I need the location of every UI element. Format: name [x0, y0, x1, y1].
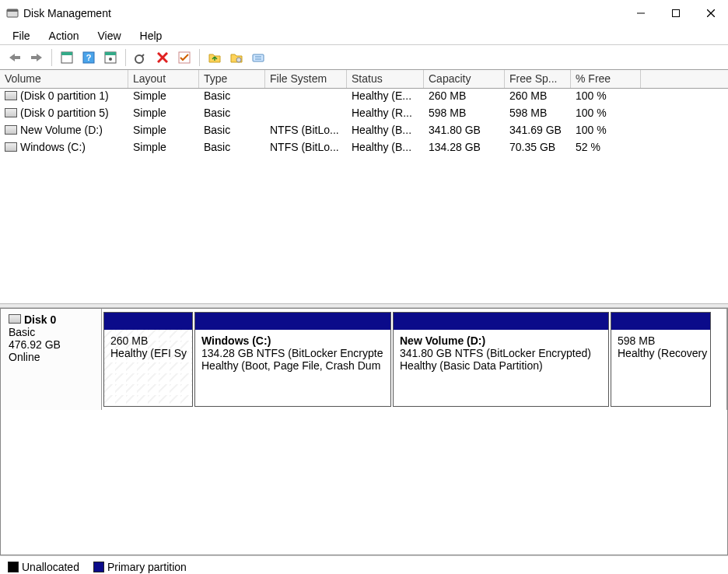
- folder-settings-icon[interactable]: [228, 49, 245, 66]
- volume-name: (Disk 0 partition 5): [0, 106, 128, 123]
- drive-properties-icon[interactable]: [250, 49, 267, 66]
- partition[interactable]: Windows (C:)134.28 GB NTFS (BitLocker En…: [194, 312, 391, 407]
- column-headers: Volume Layout Type File System Status Ca…: [0, 70, 728, 89]
- partition-status: Healthy (Boot, Page File, Crash Dum: [201, 359, 384, 372]
- partition-size: 134.28 GB NTFS (BitLocker Encrypte: [201, 347, 384, 359]
- refresh-icon[interactable]: [132, 49, 149, 66]
- svg-rect-7: [31, 56, 37, 59]
- svg-line-16: [142, 54, 144, 57]
- partition-status: Healthy (Recovery: [618, 347, 704, 359]
- volume-icon: [5, 108, 17, 117]
- toolbar-separator: [51, 49, 52, 66]
- disk-size: 476.92 GB: [9, 338, 93, 351]
- app-icon: [6, 7, 19, 19]
- partition-status: Healthy (EFI Sy: [110, 347, 186, 359]
- legend-primary: Primary partition: [93, 560, 187, 573]
- window-title: Disk Management: [23, 7, 623, 19]
- volume-name: Windows (C:): [0, 140, 128, 157]
- partition-bar: [104, 313, 192, 330]
- partition-bar: [394, 313, 608, 330]
- col-filesystem[interactable]: File System: [265, 70, 347, 88]
- disk-row: Disk 0 Basic 476.92 GB Online 260 MBHeal…: [1, 309, 727, 410]
- menu-action[interactable]: Action: [41, 28, 87, 44]
- volume-row[interactable]: (Disk 0 partition 5)SimpleBasicHealthy (…: [0, 106, 728, 123]
- folder-up-icon[interactable]: [206, 49, 223, 66]
- svg-rect-9: [61, 52, 72, 55]
- volume-name: (Disk 0 partition 1): [0, 89, 128, 106]
- partition-info: 598 MBHealthy (Recovery: [611, 330, 710, 406]
- legend-unallocated: Unallocated: [8, 560, 79, 573]
- menu-help[interactable]: Help: [132, 28, 170, 44]
- partition-title: Windows (C:): [201, 334, 384, 347]
- col-capacity[interactable]: Capacity: [424, 70, 505, 88]
- col-freespace[interactable]: Free Sp...: [505, 70, 571, 88]
- partition-size: 598 MB: [618, 334, 704, 347]
- col-layout[interactable]: Layout: [128, 70, 199, 88]
- svg-point-14: [109, 58, 112, 61]
- minimize-button[interactable]: [623, 2, 658, 25]
- volume-icon: [5, 142, 17, 152]
- window-controls: [623, 2, 728, 25]
- partition-title: New Volume (D:): [400, 334, 602, 347]
- svg-rect-3: [672, 10, 679, 17]
- disk-partitions: 260 MBHealthy (EFI SyWindows (C:)134.28 …: [102, 309, 727, 410]
- menubar: File Action View Help: [0, 26, 728, 45]
- svg-rect-21: [253, 54, 264, 61]
- check-icon[interactable]: [176, 49, 193, 66]
- col-pctfree[interactable]: % Free: [571, 70, 641, 88]
- unallocated-swatch: [8, 562, 19, 572]
- back-button[interactable]: [6, 49, 23, 66]
- menu-file[interactable]: File: [5, 28, 38, 44]
- volume-name: New Volume (D:): [0, 123, 128, 140]
- svg-point-20: [236, 58, 241, 62]
- col-volume[interactable]: Volume: [0, 70, 128, 88]
- partition[interactable]: 598 MBHealthy (Recovery: [611, 312, 711, 407]
- disk-type: Basic: [9, 326, 93, 338]
- partition-info: Windows (C:)134.28 GB NTFS (BitLocker En…: [195, 330, 390, 406]
- col-status[interactable]: Status: [347, 70, 424, 88]
- disk-header[interactable]: Disk 0 Basic 476.92 GB Online: [1, 309, 102, 410]
- maximize-button[interactable]: [658, 2, 693, 25]
- partition[interactable]: 260 MBHealthy (EFI Sy: [103, 312, 193, 407]
- disk-status: Online: [9, 351, 93, 363]
- partition-bar: [611, 313, 710, 330]
- col-type[interactable]: Type: [199, 70, 265, 88]
- volume-row[interactable]: (Disk 0 partition 1)SimpleBasicHealthy (…: [0, 89, 728, 106]
- settings-list-icon[interactable]: [102, 49, 119, 66]
- disk-icon: [9, 314, 21, 324]
- show-list-icon[interactable]: [58, 49, 75, 66]
- disk-label: Disk 0: [24, 313, 56, 326]
- close-button[interactable]: [693, 2, 728, 25]
- partition-info: 260 MBHealthy (EFI Sy: [104, 330, 192, 406]
- partition-size: 341.80 GB NTFS (BitLocker Encrypted): [400, 347, 602, 359]
- partition-size: 260 MB: [110, 334, 186, 347]
- forward-button[interactable]: [28, 49, 45, 66]
- legend: Unallocated Primary partition: [0, 555, 728, 574]
- svg-rect-1: [7, 9, 18, 12]
- menu-view[interactable]: View: [89, 28, 128, 44]
- svg-rect-13: [105, 52, 116, 55]
- partition[interactable]: New Volume (D:)341.80 GB NTFS (BitLocker…: [393, 312, 609, 407]
- help-icon[interactable]: ?: [80, 49, 97, 66]
- delete-icon[interactable]: [154, 49, 171, 66]
- volume-icon: [5, 91, 17, 100]
- disk-graphical-view[interactable]: Disk 0 Basic 476.92 GB Online 260 MBHeal…: [0, 308, 728, 555]
- volume-row[interactable]: New Volume (D:)SimpleBasicNTFS (BitLo...…: [0, 123, 728, 140]
- volume-list[interactable]: Volume Layout Type File System Status Ca…: [0, 70, 728, 303]
- svg-rect-6: [15, 56, 20, 59]
- partition-info: New Volume (D:)341.80 GB NTFS (BitLocker…: [394, 330, 608, 406]
- volume-icon: [5, 125, 17, 135]
- partition-status: Healthy (Basic Data Partition): [400, 359, 602, 372]
- toolbar: ?: [0, 45, 728, 70]
- toolbar-separator: [125, 49, 126, 66]
- toolbar-separator: [199, 49, 200, 66]
- svg-text:?: ?: [86, 53, 92, 62]
- titlebar: Disk Management: [0, 0, 728, 26]
- volume-row[interactable]: Windows (C:)SimpleBasicNTFS (BitLo...Hea…: [0, 140, 728, 157]
- primary-swatch: [93, 562, 104, 572]
- partition-bar: [195, 313, 390, 330]
